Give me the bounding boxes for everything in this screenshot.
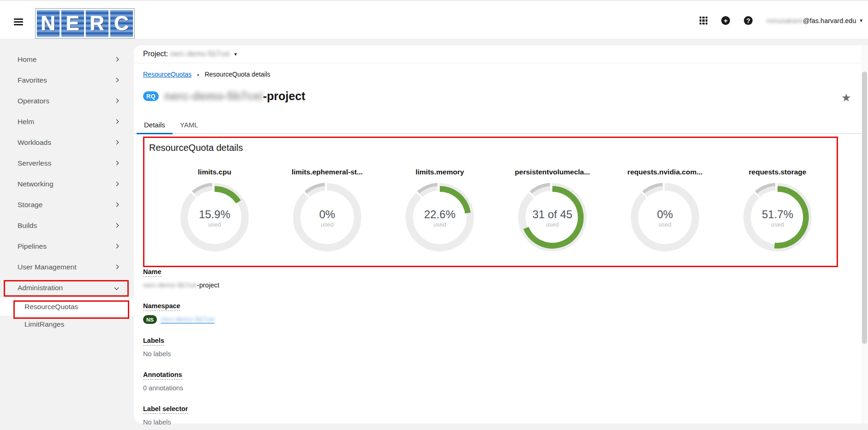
breadcrumb-current: ResourceQuota details xyxy=(204,71,270,78)
svg-text:used: used xyxy=(208,221,221,228)
breadcrumb-link-resourcequotas[interactable]: ResourceQuotas xyxy=(143,71,192,78)
labels-value: No labels xyxy=(143,350,171,358)
gauge-resource-name: limits.ephemeral-st... xyxy=(292,168,363,176)
sidebar-item-operators[interactable]: Operators xyxy=(0,90,134,111)
detail-field-label-selector: Label selector No labels xyxy=(143,405,466,426)
sidebar-item-label: Pipelines xyxy=(18,242,47,251)
project-bar: Project: nerc-demo-5b7cei ▾ xyxy=(134,45,861,63)
chevron-right-icon xyxy=(114,223,119,228)
gauge-resource-name: requests.nvidia.com... xyxy=(628,168,703,176)
details-list: Name nerc-demo-5b7cei-project Namespace … xyxy=(143,268,466,430)
chevron-right-icon xyxy=(114,99,119,103)
sidebar-item-label: Operators xyxy=(18,97,49,105)
breadcrumb: ResourceQuotas › ResourceQuota details xyxy=(143,71,270,78)
sidebar-item-serverless[interactable]: Serverless xyxy=(0,153,134,173)
apps-grid-icon[interactable] xyxy=(700,17,707,24)
chevron-down-icon: ▾ xyxy=(234,51,237,57)
resourcequota-details-section: ResourceQuota details limits.cpu15.9%use… xyxy=(143,137,838,267)
project-selector[interactable]: Project: nerc-demo-5b7cei ▾ xyxy=(143,50,237,58)
namespace-label[interactable]: Namespace xyxy=(143,302,180,311)
svg-text:used: used xyxy=(321,221,334,228)
sidebar-item-favorites[interactable]: Favorites xyxy=(0,70,134,90)
label-selector-value: No labels xyxy=(143,418,171,426)
chevron-right-icon xyxy=(114,182,119,186)
gauge-resource-name: limits.cpu xyxy=(198,168,231,176)
labels-label[interactable]: Labels xyxy=(143,337,164,346)
chevron-down-icon xyxy=(114,286,119,290)
namespace-badge: NS xyxy=(143,315,157,324)
namespace-link[interactable]: nerc-demo-5b7cei xyxy=(161,316,215,323)
svg-text:used: used xyxy=(546,221,559,228)
detail-field-name: Name nerc-demo-5b7cei-project xyxy=(143,268,466,289)
section-heading: ResourceQuota details xyxy=(144,138,837,153)
sidebar-item-resourcequotas[interactable]: ResourceQuotas xyxy=(0,298,134,316)
name-value: nerc-demo-5b7cei-project xyxy=(143,281,219,289)
logo-letter: R xyxy=(85,10,109,37)
quota-gauge-limits-ephemeral-st-: limits.ephemeral-st...0%used xyxy=(271,168,383,252)
detail-field-labels: Labels No labels xyxy=(143,336,466,358)
sidebar-nav: HomeFavoritesOperatorsHelmWorkloadsServe… xyxy=(0,39,134,430)
chevron-right-icon: › xyxy=(197,71,199,78)
chevron-right-icon xyxy=(114,265,119,269)
svg-text:51.7%: 51.7% xyxy=(762,208,793,221)
sidebar-item-label: Workloads xyxy=(18,138,51,147)
logo-letter: N xyxy=(36,10,60,37)
sidebar-item-label: User Management xyxy=(18,263,77,271)
favorite-star-icon[interactable]: ★ xyxy=(841,91,851,104)
sidebar-item-label: Networking xyxy=(18,180,54,188)
svg-text:used: used xyxy=(433,221,446,228)
sidebar-item-administration[interactable]: Administration xyxy=(0,277,134,298)
sidebar-item-helm[interactable]: Helm xyxy=(0,111,134,132)
hamburger-menu-icon[interactable] xyxy=(14,18,23,26)
quota-gauges-row: limits.cpu15.9%usedlimits.ephemeral-st..… xyxy=(144,168,837,252)
sidebar-item-storage[interactable]: Storage xyxy=(0,194,134,215)
nerc-logo: NERC xyxy=(35,8,135,39)
svg-text:22.6%: 22.6% xyxy=(424,208,455,221)
user-email-domain: @fas.harvard.edu xyxy=(803,17,856,24)
chevron-right-icon xyxy=(114,78,119,83)
help-icon[interactable]: ? xyxy=(744,16,753,25)
sidebar-subitem-label: ResourceQuotas xyxy=(24,303,78,311)
sidebar-item-builds[interactable]: Builds xyxy=(0,215,134,236)
sidebar-item-home[interactable]: Home xyxy=(0,49,134,70)
sidebar-item-label: Builds xyxy=(18,221,37,230)
detail-field-annotations: Annotations 0 annotations xyxy=(143,370,466,392)
annotations-label[interactable]: Annotations xyxy=(143,371,182,380)
chevron-right-icon xyxy=(114,119,119,124)
sidebar-item-label: Storage xyxy=(18,201,42,209)
svg-text:31 of 45: 31 of 45 xyxy=(533,208,573,221)
name-label[interactable]: Name xyxy=(143,268,162,277)
donut-chart: 51.7%used xyxy=(743,183,812,252)
sidebar-item-label: Home xyxy=(18,55,36,64)
sidebar-item-pipelines[interactable]: Pipelines xyxy=(0,236,134,257)
donut-chart: 0%used xyxy=(293,183,362,252)
logo-letter: C xyxy=(110,10,133,37)
sidebar-item-networking[interactable]: Networking xyxy=(0,173,134,194)
main-content-panel: Project: nerc-demo-5b7cei ▾ ResourceQuot… xyxy=(134,45,861,424)
scrollbar-track[interactable] xyxy=(861,45,868,424)
user-menu[interactable]: mmunakami@fas.harvard.edu ▾ xyxy=(766,17,862,24)
donut-chart: 0%used xyxy=(630,183,700,252)
logo-letter: E xyxy=(61,10,84,37)
tab-details[interactable]: Details xyxy=(137,117,173,133)
label-selector-label[interactable]: Label selector xyxy=(143,405,188,414)
sidebar-item-label: Favorites xyxy=(18,76,47,84)
svg-text:0%: 0% xyxy=(319,208,335,221)
plus-circle-icon[interactable]: + xyxy=(721,16,730,25)
sidebar-item-label: Administration xyxy=(18,284,63,292)
svg-text:used: used xyxy=(771,221,784,228)
chevron-right-icon xyxy=(114,244,119,249)
sidebar-item-limitranges[interactable]: LimitRanges xyxy=(0,316,134,333)
tab-yaml[interactable]: YAML xyxy=(173,117,206,133)
chevron-right-icon xyxy=(114,140,119,145)
sidebar-item-user-management[interactable]: User Management xyxy=(0,257,134,277)
project-label: Project: xyxy=(143,50,168,58)
masthead: NERC + ? mmunakami@fas.harvard.edu ▾ xyxy=(0,0,868,39)
sidebar-subitem-label: LimitRanges xyxy=(24,320,64,328)
scrollbar-thumb[interactable] xyxy=(862,72,867,344)
user-email-redacted: mmunakami xyxy=(766,17,803,24)
svg-text:used: used xyxy=(658,221,671,228)
sidebar-item-workloads[interactable]: Workloads xyxy=(0,132,134,153)
sidebar-item-label: Serverless xyxy=(18,159,51,167)
quota-gauge-limits-memory: limits.memory22.6%used xyxy=(383,168,496,252)
